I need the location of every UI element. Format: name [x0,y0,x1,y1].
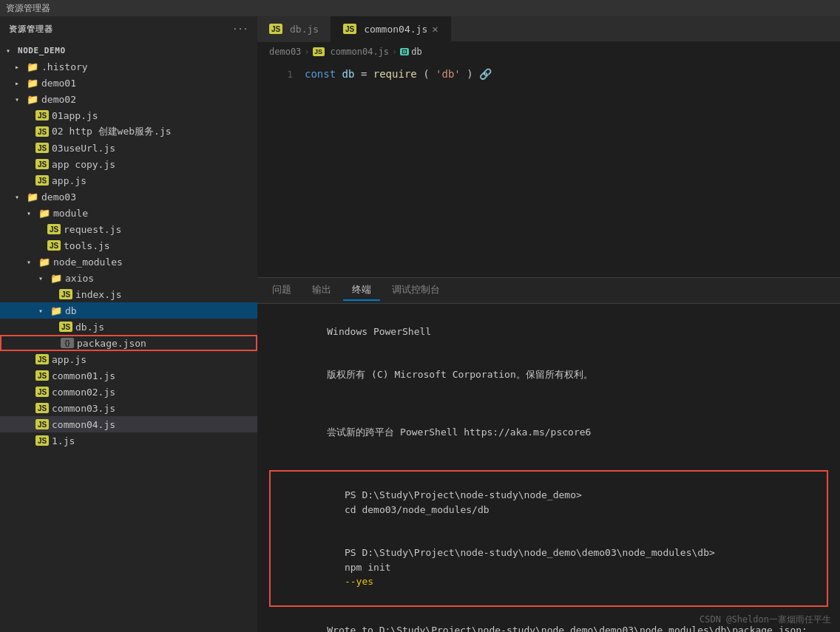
tab-close-button[interactable]: ✕ [432,23,438,35]
panel-tab-output[interactable]: 输出 [303,280,340,301]
sidebar: 资源管理器 ··· ▾ NODE_DEMO ▸ 📁 .history ▸ 📁 d… [0,16,257,632]
tab-db-js[interactable]: JS db.js [257,16,331,42]
tree-item-label: .history [41,61,88,72]
sidebar-item-demo02[interactable]: ▾ 📁 demo02 [0,91,257,107]
watermark-text: CSDN @Sheldon一寨烟雨任平生 [700,614,831,625]
terminal-cmd1: PS D:\Study\Project\node-study\node_demo… [275,474,822,531]
folder-icon: 📁 [38,208,50,219]
panel-tab-terminal[interactable]: 终端 [343,280,380,301]
panel-tab-label: 终端 [352,284,371,295]
sidebar-header: 资源管理器 ··· [0,16,257,42]
sidebar-item-history[interactable]: ▸ 📁 .history [0,58,257,75]
code-line-1: 1 const db = require ( 'db' ) 🔗 [257,67,840,81]
tree-item-label: common02.js [52,387,115,398]
folder-icon: 📁 [27,61,38,72]
breadcrumb-part-2: common04.js [331,47,389,57]
terminal-line-header2: 版权所有 (C) Microsoft Corporation。保留所有权利。 [269,353,828,397]
code-editor[interactable]: 1 const db = require ( 'db' ) 🔗 [257,61,840,277]
js-icon: JS [35,175,49,186]
chevron-down-icon: ▾ [38,307,50,315]
sidebar-item-tools[interactable]: JS tools.js [0,237,257,254]
tree-item-label: node_modules [53,256,123,268]
sidebar-item-demo03[interactable]: ▾ 📁 demo03 [0,188,257,205]
tree-item-label: 01app.js [52,110,98,121]
panel-tab-debug[interactable]: 调试控制台 [383,280,449,301]
file-tree: ▾ NODE_DEMO ▸ 📁 .history ▸ 📁 demo01 ▾ 📁 … [0,42,257,632]
folder-icon: 📁 [27,191,38,203]
tab-common04-js[interactable]: JS common04.js ✕ [331,16,451,42]
breadcrumb-part-1: demo03 [269,47,301,57]
tree-item-label: app copy.js [52,159,115,170]
js-icon: JS [35,435,49,446]
tab-js-icon: JS [269,24,282,34]
terminal-line-header1: Windows PowerShell [269,310,828,353]
panel-tab-label: 问题 [272,284,291,295]
string-db: 'db' [436,68,461,80]
watermark: CSDN @Sheldon一寨烟雨任平生 [700,614,831,626]
tab-bar: JS db.js JS common04.js ✕ [257,16,840,42]
chevron-down-icon: ▾ [38,274,50,282]
sidebar-item-demo01[interactable]: ▸ 📁 demo01 [0,75,257,91]
js-icon: JS [59,322,72,332]
tab-label: common04.js [364,24,427,35]
code-content: const db = require ( 'db' ) 🔗 [305,68,492,80]
js-icon: JS [35,143,49,153]
chevron-down-icon: ▾ [15,95,27,103]
js-icon: JS [35,387,49,397]
sidebar-item-app-copy[interactable]: JS app copy.js [0,156,257,172]
term-text: 尝试新的跨平台 PowerShell https://aka.ms/pscore… [327,427,591,438]
tree-root-label: NODE_DEMO [18,46,66,55]
chevron-right-icon: ▸ [15,63,27,71]
tab-js-icon: JS [343,24,356,34]
sidebar-item-common02[interactable]: JS common02.js [0,384,257,400]
js-icon: JS [35,110,49,120]
sidebar-item-axios[interactable]: ▾ 📁 axios [0,270,257,286]
module-ref-icon: 🔗 [479,68,492,80]
terminal-content[interactable]: Windows PowerShell 版权所有 (C) Microsoft Co… [257,304,840,632]
sidebar-item-1js[interactable]: JS 1.js [0,432,257,449]
sidebar-item-db-js[interactable]: JS db.js [0,319,257,335]
title-bar: 资源管理器 [0,0,840,16]
terminal-line-header4: 尝试新的跨平台 PowerShell https://aka.ms/pscore… [269,411,828,455]
sidebar-header-icons: ··· [232,24,248,34]
tree-item-label: common04.js [52,419,115,430]
sidebar-item-module[interactable]: ▾ 📁 module [0,205,257,221]
line-number: 1 [263,69,293,80]
chevron-right-icon: ▸ [15,79,27,87]
func-require: require [373,68,417,80]
more-icon[interactable]: ··· [232,24,248,34]
sidebar-item-common01[interactable]: JS common01.js [0,367,257,384]
command-box: PS D:\Study\Project\node-study\node_demo… [269,470,828,608]
js-icon: JS [47,240,61,251]
sidebar-item-axios-index[interactable]: JS index.js [0,286,257,302]
panel-tab-problems[interactable]: 问题 [263,280,300,301]
sidebar-item-common03[interactable]: JS common03.js [0,400,257,416]
sidebar-item-app-demo02[interactable]: JS app.js [0,172,257,188]
sidebar-item-02http[interactable]: JS 02 http 创建web服务.js [0,123,257,140]
sidebar-item-request[interactable]: JS request.js [0,221,257,237]
sidebar-item-package-json[interactable]: {} package.json [0,335,257,351]
js-icon: JS [35,159,49,169]
panel-tabs: 问题 输出 终端 调试控制台 [257,278,840,304]
sidebar-item-db-folder[interactable]: ▾ 📁 db [0,302,257,319]
tree-item-label: 02 http 创建web服务.js [52,125,172,138]
tab-label: db.js [290,24,319,35]
js-icon: JS [35,126,49,137]
tree-root-node[interactable]: ▾ NODE_DEMO [0,42,257,58]
sidebar-item-01app[interactable]: JS 01app.js [0,107,257,123]
sidebar-item-03useurl[interactable]: JS 03useUrl.js [0,140,257,156]
terminal-cmd2: PS D:\Study\Project\node-study\node_demo… [275,531,822,604]
sidebar-title: 资源管理器 [9,24,52,35]
terminal-line-empty [269,396,828,411]
js-icon: JS [47,224,61,234]
main-layout: 资源管理器 ··· ▾ NODE_DEMO ▸ 📁 .history ▸ 📁 d… [0,16,840,632]
sidebar-item-common04[interactable]: JS common04.js [0,416,257,432]
folder-icon: 📁 [27,78,38,89]
sidebar-item-node-modules[interactable]: ▾ 📁 node_modules [0,254,257,270]
chevron-down-icon: ▾ [27,209,38,217]
panel-area: 问题 输出 终端 调试控制台 Windows PowerShell 版权所 [257,277,840,632]
tree-item-label: app.js [52,354,87,365]
sidebar-item-app-demo03[interactable]: JS app.js [0,351,257,367]
tree-item-label: axios [65,273,94,284]
tree-item-label: index.js [75,289,122,300]
